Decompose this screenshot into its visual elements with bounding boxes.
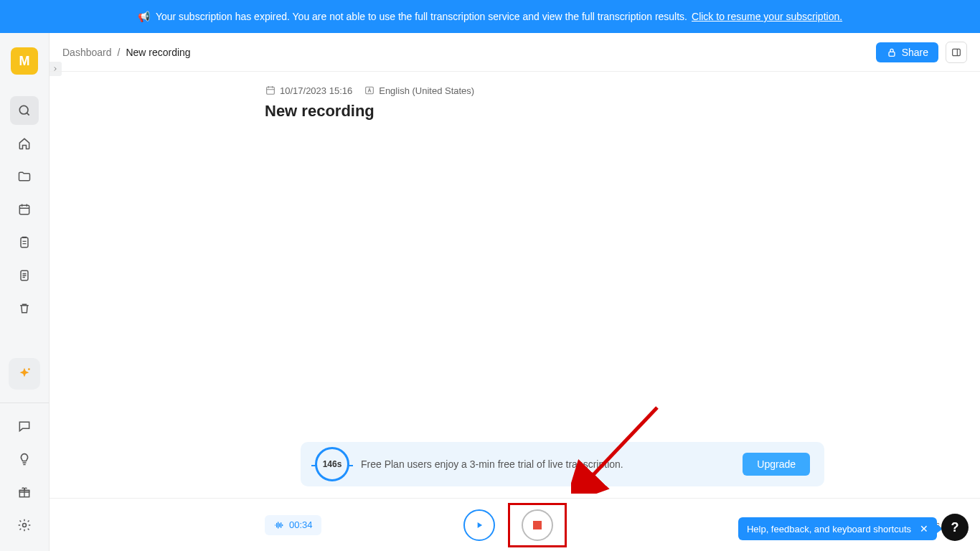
help-tooltip: Help, feedback, and keyboard shortcuts ✕ <box>738 517 937 540</box>
sidebar-help[interactable] <box>10 445 39 474</box>
toggle-panel-button[interactable] <box>946 42 967 63</box>
breadcrumb: Dashboard / New recording <box>62 47 191 58</box>
recording-language: English (United States) <box>379 85 474 96</box>
svg-rect-1 <box>19 205 29 215</box>
svg-point-0 <box>19 105 28 114</box>
stop-button[interactable] <box>522 509 553 541</box>
search-icon <box>17 103 32 118</box>
help-tooltip-close[interactable]: ✕ <box>920 523 928 534</box>
language-icon <box>364 85 375 96</box>
svg-rect-8 <box>953 49 961 55</box>
waveform-icon <box>273 519 285 531</box>
sidebar-home[interactable] <box>10 129 39 158</box>
sidebar-calendar[interactable] <box>10 195 39 224</box>
gear-icon <box>17 518 32 532</box>
sidebar: M <box>0 33 49 551</box>
upgrade-button[interactable]: Upgrade <box>743 453 810 476</box>
stop-button-highlight <box>508 503 567 547</box>
share-button[interactable]: Share <box>876 42 938 62</box>
sidebar-divider <box>0 402 49 403</box>
calendar-icon <box>17 202 32 217</box>
sidebar-trash[interactable] <box>10 294 39 323</box>
chat-icon <box>17 419 32 433</box>
help-tooltip-text: Help, feedback, and keyboard shortcuts <box>747 524 911 534</box>
subscription-expired-banner: 📢 Your subscription has expired. You are… <box>0 0 980 33</box>
stop-icon <box>533 521 542 529</box>
svg-rect-2 <box>21 237 28 247</box>
trial-banner: 146s Free Plan users enjoy a 3-min free … <box>301 442 824 486</box>
lightbulb-icon <box>17 452 32 466</box>
sidebar-notes[interactable] <box>10 261 39 290</box>
sidebar-search[interactable] <box>10 96 39 125</box>
document-icon <box>17 268 32 283</box>
folder-icon <box>17 169 32 184</box>
topbar: Dashboard / New recording Share <box>50 33 980 72</box>
panel-icon <box>951 47 962 58</box>
sparkle-icon <box>17 366 32 382</box>
gift-icon <box>17 485 32 499</box>
recording-date: 10/17/2023 15:16 <box>280 85 352 96</box>
play-icon <box>474 520 484 530</box>
trial-message: Free Plan users enjoy a 3-min free trial… <box>361 458 743 470</box>
calendar-small-icon <box>265 85 276 96</box>
trial-timer: 146s <box>315 447 349 481</box>
play-button[interactable] <box>463 509 495 541</box>
trash-icon <box>17 301 32 316</box>
breadcrumb-current: New recording <box>126 47 190 58</box>
lock-icon <box>886 47 897 58</box>
elapsed-time[interactable]: 00:34 <box>265 515 321 535</box>
home-icon <box>17 136 32 151</box>
sidebar-gift[interactable] <box>10 478 39 507</box>
sidebar-feedback[interactable] <box>10 412 39 441</box>
sidebar-ai-button[interactable] <box>9 358 40 390</box>
svg-rect-9 <box>267 87 275 94</box>
banner-text: Your subscription has expired. You are n… <box>156 11 687 22</box>
svg-point-4 <box>28 368 30 370</box>
breadcrumb-root[interactable]: Dashboard <box>62 47 112 58</box>
svg-point-6 <box>23 524 27 527</box>
recording-title[interactable]: New recording <box>265 102 951 121</box>
svg-rect-7 <box>889 52 895 56</box>
main-content: Dashboard / New recording Share 10/17/20… <box>49 33 980 551</box>
share-label: Share <box>902 47 928 58</box>
resume-subscription-link[interactable]: Click to resume your subscription. <box>692 11 842 22</box>
sidebar-settings[interactable] <box>10 511 39 540</box>
breadcrumb-separator: / <box>118 47 121 58</box>
clipboard-icon <box>17 235 32 250</box>
sidebar-tasks[interactable] <box>10 228 39 257</box>
user-avatar[interactable]: M <box>11 47 38 75</box>
sidebar-folder[interactable] <box>10 162 39 191</box>
help-fab[interactable]: ? <box>941 514 969 541</box>
meta-row: 10/17/2023 15:16 English (United States) <box>265 85 951 96</box>
megaphone-icon: 📢 <box>138 11 150 22</box>
